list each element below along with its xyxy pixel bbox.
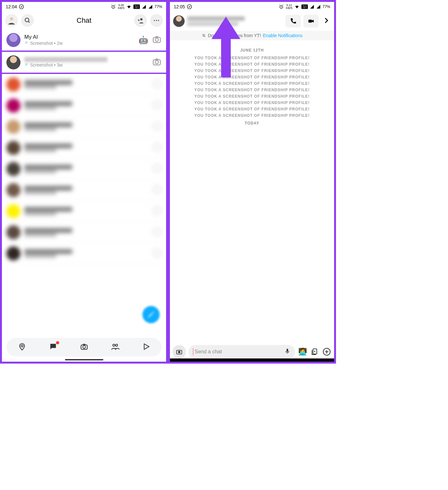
blurred-chat-list bbox=[2, 74, 166, 264]
avatar bbox=[173, 15, 185, 27]
svg-point-22 bbox=[153, 228, 161, 235]
call-button[interactable] bbox=[285, 15, 301, 28]
chat-row[interactable] bbox=[2, 222, 166, 243]
chat-thread-header[interactable] bbox=[170, 12, 334, 31]
avatar bbox=[6, 33, 20, 47]
video-button[interactable] bbox=[303, 15, 319, 28]
system-message: YOU TOOK A SCREENSHOT OF FRIENDSHIP PROF… bbox=[174, 107, 330, 111]
camera-icon[interactable] bbox=[153, 227, 162, 237]
svg-point-17 bbox=[153, 122, 161, 130]
avatar bbox=[6, 225, 20, 239]
svg-point-27 bbox=[113, 344, 115, 346]
chat-input-bar: Send a chat 🧑‍💻 bbox=[172, 344, 332, 359]
chat-status bbox=[24, 127, 149, 131]
chat-name bbox=[24, 122, 72, 127]
more-button[interactable] bbox=[150, 14, 163, 27]
chat-row[interactable] bbox=[2, 243, 166, 264]
chat-status bbox=[24, 233, 149, 237]
video-icon bbox=[308, 18, 315, 25]
camera-icon bbox=[176, 348, 183, 355]
chat-name-blurred bbox=[24, 57, 108, 62]
add-friend-button[interactable] bbox=[134, 14, 147, 27]
enable-notifications-link[interactable]: Enable Notifications bbox=[263, 33, 303, 38]
add-button[interactable] bbox=[322, 347, 332, 357]
camera-icon[interactable] bbox=[153, 248, 162, 259]
chat-name bbox=[24, 143, 72, 149]
svg-point-29 bbox=[187, 4, 191, 9]
chat-name: My AI bbox=[24, 34, 135, 40]
status-time: 12:04 bbox=[6, 4, 17, 9]
system-messages: JUNE 12TH YOU TOOK A SCREENSHOT OF FRIEN… bbox=[170, 40, 334, 133]
chat-header: Chat bbox=[2, 12, 166, 29]
chat-row[interactable] bbox=[2, 74, 166, 95]
chat-row[interactable] bbox=[2, 116, 166, 137]
svg-point-5 bbox=[10, 17, 13, 20]
mic-button[interactable] bbox=[284, 348, 291, 356]
battery-percent: 77% bbox=[155, 4, 162, 9]
phone-icon bbox=[290, 18, 297, 25]
search-icon bbox=[24, 17, 31, 24]
camera-icon[interactable] bbox=[153, 206, 162, 216]
chat-row-selected[interactable]: Screenshot•3w bbox=[2, 51, 166, 74]
date-label: TODAY bbox=[174, 121, 330, 125]
svg-point-21 bbox=[153, 207, 161, 214]
forward-button[interactable] bbox=[321, 17, 331, 25]
chat-icon bbox=[49, 342, 57, 351]
camera-icon[interactable] bbox=[152, 57, 162, 68]
camera-tab[interactable] bbox=[80, 342, 88, 352]
svg-text:LTE 2: LTE 2 bbox=[302, 7, 307, 9]
camera-icon[interactable] bbox=[153, 143, 162, 153]
status-bar: 12:05 0.11KB/S Vo▲1LTE 2 77% bbox=[170, 2, 334, 12]
chat-input[interactable]: Send a chat bbox=[188, 345, 295, 358]
svg-point-20 bbox=[153, 186, 161, 193]
chat-row-myai[interactable]: My AI Screenshot•2w 🤖 bbox=[2, 29, 166, 51]
search-button[interactable] bbox=[21, 14, 34, 27]
avatar bbox=[6, 162, 20, 176]
svg-point-28 bbox=[116, 344, 118, 346]
svg-point-12 bbox=[155, 38, 158, 41]
bottom-nav bbox=[6, 338, 162, 357]
screenshot-icon bbox=[24, 62, 29, 68]
input-placeholder: Send a chat bbox=[195, 349, 222, 355]
svg-rect-37 bbox=[287, 349, 288, 352]
net-speed: 6.00KB/S bbox=[118, 4, 124, 10]
camera-icon[interactable] bbox=[152, 35, 162, 45]
svg-point-24 bbox=[21, 345, 23, 347]
bitmoji-button[interactable]: 🧑‍💻 bbox=[298, 347, 307, 357]
chat-row[interactable] bbox=[2, 158, 166, 180]
camera-button[interactable] bbox=[172, 345, 186, 358]
chat-status bbox=[24, 212, 149, 216]
svg-point-23 bbox=[153, 249, 161, 256]
chat-row[interactable] bbox=[2, 95, 166, 116]
camera-icon[interactable] bbox=[153, 164, 162, 174]
compose-icon bbox=[147, 311, 155, 318]
chat-tab[interactable] bbox=[49, 342, 57, 352]
chat-row[interactable] bbox=[2, 180, 166, 201]
friends-tab[interactable] bbox=[111, 342, 119, 352]
system-message: YOU TOOK A SCREENSHOT OF FRIENDSHIP PROF… bbox=[174, 75, 330, 79]
stickers-button[interactable] bbox=[310, 347, 319, 357]
svg-point-9 bbox=[156, 20, 157, 21]
signal-icon-2 bbox=[148, 4, 153, 9]
signal-icon bbox=[310, 4, 314, 9]
chat-thread-screen: 12:05 0.11KB/S Vo▲1LTE 2 77% bbox=[168, 0, 336, 364]
chat-row[interactable] bbox=[2, 137, 166, 158]
play-tab[interactable] bbox=[142, 342, 150, 352]
map-tab[interactable] bbox=[18, 342, 26, 352]
nav-bar-black bbox=[170, 358, 334, 362]
more-icon bbox=[153, 17, 160, 24]
bell-off-icon bbox=[202, 33, 206, 38]
check-icon bbox=[19, 4, 24, 9]
thread-username-blurred bbox=[187, 16, 283, 26]
new-chat-fab[interactable] bbox=[142, 306, 160, 323]
profile-avatar[interactable] bbox=[5, 14, 18, 27]
avatar bbox=[6, 204, 20, 218]
alarm-icon bbox=[279, 4, 284, 9]
svg-point-18 bbox=[153, 143, 161, 151]
camera-icon[interactable] bbox=[153, 185, 162, 195]
date-label: JUNE 12TH bbox=[174, 48, 330, 52]
camera-icon[interactable] bbox=[153, 100, 162, 111]
chat-row[interactable] bbox=[2, 201, 166, 222]
camera-icon[interactable] bbox=[153, 79, 162, 90]
camera-icon[interactable] bbox=[153, 122, 162, 132]
